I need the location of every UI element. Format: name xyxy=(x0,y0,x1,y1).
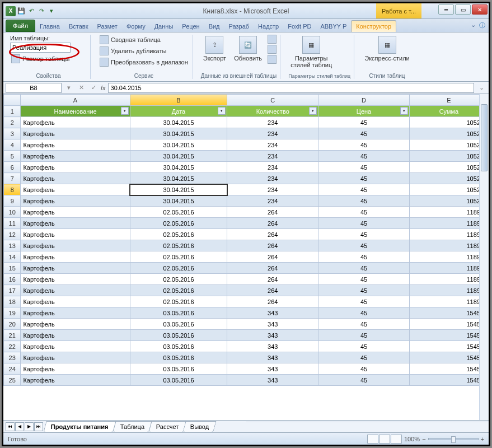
cell-price[interactable]: 45 xyxy=(318,151,410,162)
cell-name[interactable]: Картофель xyxy=(21,207,130,218)
cell-sum[interactable]: 15456 xyxy=(409,319,488,330)
cell-sum[interactable]: 11896 xyxy=(409,229,488,240)
row-header-19[interactable]: 19 xyxy=(4,307,21,319)
cell-name[interactable]: Картофель xyxy=(21,319,130,330)
cell-price[interactable]: 45 xyxy=(318,251,410,263)
row-header-3[interactable]: 3 xyxy=(4,128,21,139)
cell-qty[interactable]: 234 xyxy=(227,117,318,128)
row-header-23[interactable]: 23 xyxy=(4,352,21,363)
row-header-13[interactable]: 13 xyxy=(4,240,21,251)
cell-name[interactable]: Картофель xyxy=(21,229,130,240)
cell-sum[interactable]: 11896 xyxy=(409,285,488,296)
cell-name[interactable]: Картофель xyxy=(21,363,130,375)
cell-date[interactable]: 30.04.2015 xyxy=(130,173,227,184)
cell-name[interactable]: Картофель xyxy=(21,251,130,263)
cell-qty[interactable]: 234 xyxy=(227,139,318,151)
tab-9[interactable]: Foxit PD xyxy=(283,21,316,32)
row-header-14[interactable]: 14 xyxy=(4,251,21,263)
cell-name[interactable]: Картофель xyxy=(21,128,130,139)
cell-sum[interactable]: 15456 xyxy=(409,330,488,341)
cell-qty[interactable]: 343 xyxy=(227,352,318,363)
cell-qty[interactable]: 234 xyxy=(227,195,318,207)
row-header-21[interactable]: 21 xyxy=(4,330,21,341)
cell-qty[interactable]: 234 xyxy=(227,184,318,195)
cell-price[interactable]: 45 xyxy=(318,162,410,173)
cell-price[interactable]: 45 xyxy=(318,330,410,341)
cell-name[interactable]: Картофель xyxy=(21,341,130,352)
cell-date[interactable]: 03.05.2016 xyxy=(130,307,227,319)
cell-qty[interactable]: 264 xyxy=(227,207,318,218)
cell-qty[interactable]: 343 xyxy=(227,341,318,352)
cell-sum[interactable]: 15456 xyxy=(409,341,488,352)
cell-name[interactable]: Картофель xyxy=(21,151,130,162)
cell-sum[interactable]: 10526 xyxy=(409,128,488,139)
express-styles-button[interactable]: ▦Экспресс-стили xyxy=(362,35,411,63)
table-name-input[interactable] xyxy=(10,43,71,53)
filter-icon[interactable]: ▾ xyxy=(121,107,129,115)
cell-date[interactable]: 30.04.2015 xyxy=(130,162,227,173)
save-icon[interactable]: 💾 xyxy=(17,7,26,16)
cell-sum[interactable]: 10526 xyxy=(409,117,488,128)
cell-price[interactable]: 45 xyxy=(318,184,410,195)
cell-price[interactable]: 45 xyxy=(318,263,410,274)
cell-price[interactable]: 45 xyxy=(318,195,410,207)
cell-name[interactable]: Картофель xyxy=(21,375,130,386)
remove-duplicates-button[interactable]: Удалить дубликаты xyxy=(99,46,189,56)
tab-10[interactable]: ABBYY P xyxy=(316,21,351,32)
minimize-button[interactable]: ━ xyxy=(438,4,454,15)
tab-4[interactable]: Данны xyxy=(150,21,178,32)
cell-price[interactable]: 45 xyxy=(318,352,410,363)
cell-date[interactable]: 02.05.2016 xyxy=(130,251,227,263)
filter-icon[interactable]: ▾ xyxy=(400,107,408,115)
cell-sum[interactable]: 11896 xyxy=(409,274,488,285)
cell-name[interactable]: Картофель xyxy=(21,173,130,184)
cell-name[interactable]: Картофель xyxy=(21,117,130,128)
row-header-12[interactable]: 12 xyxy=(4,229,21,240)
sheet-last-icon[interactable]: ⏭ xyxy=(34,422,43,431)
cell-date[interactable]: 30.04.2015 xyxy=(130,195,227,207)
cell-sum[interactable]: 10526 xyxy=(409,173,488,184)
refresh-button[interactable]: 🔄Обновить xyxy=(232,35,264,63)
tab-8[interactable]: Надстр xyxy=(254,21,283,32)
cell-price[interactable]: 45 xyxy=(318,341,410,352)
view-normal-button[interactable] xyxy=(367,435,378,444)
row-header-6[interactable]: 6 xyxy=(4,162,21,173)
cell-qty[interactable]: 264 xyxy=(227,274,318,285)
table-header-2[interactable]: Количество▾ xyxy=(227,106,318,117)
cell-sum[interactable]: 11896 xyxy=(409,207,488,218)
cell-date[interactable]: 30.04.2015 xyxy=(130,128,227,139)
cell-date[interactable]: 03.05.2016 xyxy=(130,319,227,330)
cell-qty[interactable]: 264 xyxy=(227,251,318,263)
row-header-7[interactable]: 7 xyxy=(4,173,21,184)
tab-0[interactable]: Главна xyxy=(35,21,64,32)
cell-date[interactable]: 02.05.2016 xyxy=(130,207,227,218)
zoom-slider[interactable] xyxy=(428,438,479,440)
maximize-button[interactable]: ▭ xyxy=(455,4,471,15)
cell-qty[interactable]: 343 xyxy=(227,375,318,386)
table-header-3[interactable]: Цена▾ xyxy=(318,106,410,117)
cell-qty[interactable]: 264 xyxy=(227,229,318,240)
cell-qty[interactable]: 343 xyxy=(227,319,318,330)
help-icon[interactable]: ⓘ xyxy=(479,21,485,30)
cell-price[interactable]: 45 xyxy=(318,207,410,218)
cell-price[interactable]: 45 xyxy=(318,319,410,330)
sheet-tab-1[interactable]: Таблица xyxy=(113,421,152,432)
redo-icon[interactable]: ↷ xyxy=(37,7,46,16)
cell-sum[interactable]: 10526 xyxy=(409,151,488,162)
cell-name[interactable]: Картофель xyxy=(21,162,130,173)
qat-more-icon[interactable]: ▾ xyxy=(47,7,56,16)
cell-qty[interactable]: 343 xyxy=(227,330,318,341)
cell-sum[interactable]: 11896 xyxy=(409,218,488,229)
filter-icon[interactable]: ▾ xyxy=(218,107,226,115)
row-header-16[interactable]: 16 xyxy=(4,274,21,285)
tab-7[interactable]: Разраб xyxy=(224,21,254,32)
row-header-11[interactable]: 11 xyxy=(4,218,21,229)
cell-date[interactable]: 03.05.2016 xyxy=(130,352,227,363)
cell-qty[interactable]: 234 xyxy=(227,162,318,173)
cell-name[interactable]: Картофель xyxy=(21,263,130,274)
cell-price[interactable]: 45 xyxy=(318,363,410,375)
cell-price[interactable]: 45 xyxy=(318,173,410,184)
cell-name[interactable]: Картофель xyxy=(21,184,130,195)
cell-name[interactable]: Картофель xyxy=(21,139,130,151)
cell-date[interactable]: 02.05.2016 xyxy=(130,285,227,296)
